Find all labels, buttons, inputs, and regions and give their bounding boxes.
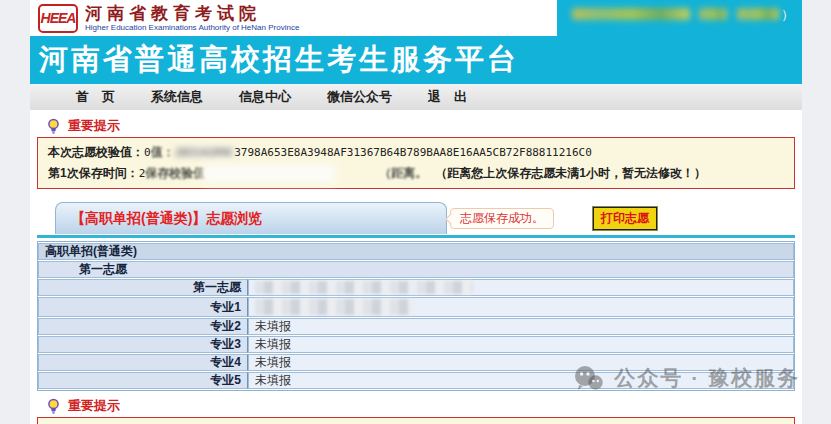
nav-item-home[interactable]: 首 页 bbox=[76, 88, 115, 106]
tab-label: 【高职单招(普通类)】志愿浏览 bbox=[71, 210, 262, 228]
org-name-cn: 河南省教育考试院 bbox=[85, 5, 299, 23]
checksum-label: 本次志愿校验值： bbox=[48, 145, 144, 159]
ghost-artifact: 值： bbox=[151, 145, 175, 159]
org-names: 河南省教育考试院 Higher Education Examinations A… bbox=[85, 5, 299, 32]
table-subgroup-row: 第一志愿 bbox=[38, 261, 794, 278]
heea-logo-text: HEEA bbox=[41, 10, 76, 26]
row-value bbox=[248, 279, 794, 296]
site-container: HEEA 河南省教育考试院 Higher Education Examinati… bbox=[30, 0, 802, 424]
row-value: 未填报 bbox=[248, 354, 794, 371]
nav-item-wechat[interactable]: 微信公众号 bbox=[327, 88, 392, 106]
header-welcome-area: ） bbox=[557, 0, 802, 36]
table-row: 专业4 未填报 bbox=[38, 354, 794, 371]
ghost-artifact: （距离。 bbox=[379, 166, 427, 180]
section-title-text: 重要提示 bbox=[68, 397, 120, 415]
platform-banner: 河南省普通高校招生考生服务平台 bbox=[30, 36, 802, 84]
row-label: 专业2 bbox=[38, 318, 248, 335]
important-notice-title: 重要提示 bbox=[47, 118, 795, 134]
save-time-note: （距离您上次保存志愿未满1小时，暂无法修改！） bbox=[435, 166, 706, 180]
checksum-line: 本次志愿校验值：0值：28314209C3798A653E8A3948AF313… bbox=[48, 142, 784, 163]
notice-box-bottom: 本次志愿校验值：028314209C3798A653E8A3948AF31367… bbox=[37, 417, 795, 424]
save-status-bubble: 志愿保存成功。 bbox=[450, 208, 554, 229]
save-status-text: 志愿保存成功。 bbox=[460, 211, 544, 225]
save-time-line: 第1次保存时间：2保存校验值（距离。（距离您上次保存志愿未满1小时，暂无法修改！… bbox=[48, 163, 784, 184]
lightbulb-icon bbox=[47, 118, 60, 135]
checksum-value: 3798A653E8A3948AF31367B64B789BAA8E16AA5C… bbox=[234, 146, 592, 159]
lightbulb-icon bbox=[47, 398, 60, 415]
header: HEEA 河南省教育考试院 Higher Education Examinati… bbox=[30, 0, 802, 36]
teal-divider bbox=[37, 235, 795, 238]
important-notice-title-bottom: 重要提示 bbox=[47, 398, 795, 414]
volunteer-table-wrap: 高职单招(普通类) 第一志愿 第一志愿 专业1 专业2 bbox=[37, 241, 795, 391]
content: 重要提示 本次志愿校验值：0值：28314209C3798A653E8A3948… bbox=[30, 110, 802, 424]
table-row: 专业2 未填报 bbox=[38, 318, 794, 335]
ghost-artifact: 保存校验值 bbox=[145, 166, 205, 180]
checksum-redacted-part: 28314209C bbox=[175, 146, 235, 159]
row-label: 专业3 bbox=[38, 336, 248, 353]
tab-volunteer-preview[interactable]: 【高职单招(普通类)】志愿浏览 bbox=[55, 202, 447, 234]
table-row: 专业5 未填报 bbox=[38, 372, 794, 389]
redacted-value bbox=[255, 281, 473, 294]
welcome-paren: ） bbox=[781, 6, 794, 24]
nav-item-info-center[interactable]: 信息中心 bbox=[239, 88, 291, 106]
notice-box-top: 本次志愿校验值：0值：28314209C3798A653E8A3948AF313… bbox=[37, 137, 795, 189]
page: HEEA 河南省教育考试院 Higher Education Examinati… bbox=[0, 0, 831, 424]
welcome-text-redacted bbox=[699, 8, 727, 20]
platform-title: 河南省普通高校招生考生服务平台 bbox=[39, 40, 519, 80]
row-label: 专业1 bbox=[38, 297, 248, 317]
welcome-text-redacted bbox=[737, 8, 779, 20]
subgroup-header: 第一志愿 bbox=[38, 261, 794, 278]
table-group-row: 高职单招(普通类) bbox=[38, 243, 794, 260]
print-volunteer-button[interactable]: 打印志愿 bbox=[593, 207, 657, 230]
row-label: 专业5 bbox=[38, 372, 248, 389]
row-value bbox=[248, 297, 794, 317]
tab-row: 【高职单招(普通类)】志愿浏览 志愿保存成功。 打印志愿 bbox=[37, 202, 795, 235]
welcome-text-redacted bbox=[572, 8, 690, 20]
heea-logo-icon: HEEA bbox=[38, 4, 78, 33]
nav-item-logout[interactable]: 退 出 bbox=[428, 88, 467, 106]
section-title-text: 重要提示 bbox=[68, 117, 120, 135]
row-label: 专业4 bbox=[38, 354, 248, 371]
nav-item-system-info[interactable]: 系统信息 bbox=[151, 88, 203, 106]
org-name-en: Higher Education Examinations Authority … bbox=[85, 23, 299, 32]
header-logo-area: HEEA 河南省教育考试院 Higher Education Examinati… bbox=[30, 0, 557, 36]
save-time-redacted bbox=[205, 167, 333, 180]
row-label: 第一志愿 bbox=[38, 279, 248, 296]
redacted-value bbox=[255, 299, 413, 315]
row-value: 未填报 bbox=[248, 372, 794, 389]
volunteer-table: 高职单招(普通类) 第一志愿 第一志愿 专业1 专业2 bbox=[38, 242, 794, 390]
row-value: 未填报 bbox=[248, 336, 794, 353]
main-nav: 首 页 系统信息 信息中心 微信公众号 退 出 bbox=[30, 84, 802, 110]
table-row: 专业3 未填报 bbox=[38, 336, 794, 353]
row-value: 未填报 bbox=[248, 318, 794, 335]
save-time-label: 第1次保存时间： bbox=[48, 166, 139, 180]
table-row: 第一志愿 bbox=[38, 279, 794, 296]
group-header: 高职单招(普通类) bbox=[38, 243, 794, 260]
table-row: 专业1 bbox=[38, 297, 794, 317]
